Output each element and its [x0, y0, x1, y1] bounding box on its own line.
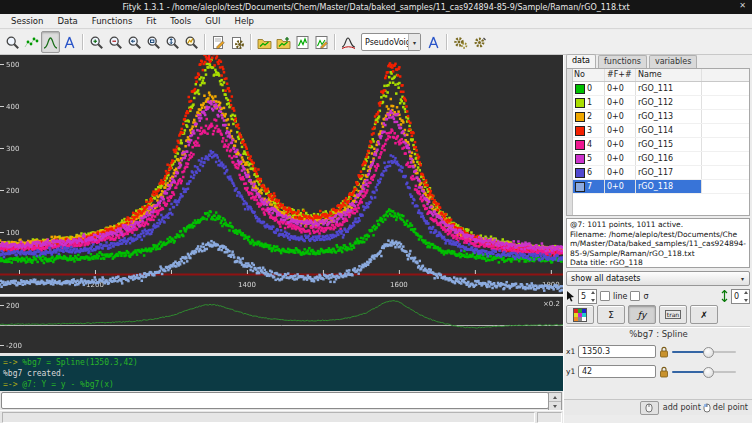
formula-glyph: ƒy	[638, 310, 647, 320]
dataset-color-swatch[interactable]	[575, 168, 585, 178]
dataset-color-swatch[interactable]	[575, 112, 585, 122]
col-header-name: Name	[636, 69, 702, 81]
mouse-mode-button[interactable]	[640, 401, 659, 415]
menu-gui[interactable]: GUI	[198, 15, 227, 27]
dataset-row-rGO_116[interactable]: 50+0rGO_116	[572, 152, 749, 166]
dataset-color-swatch[interactable]	[575, 182, 585, 192]
console-output-line: %bg7 created.	[3, 368, 560, 379]
dataset-color-swatch[interactable]	[575, 154, 585, 164]
lock-icon[interactable]	[659, 346, 669, 358]
zoom-previous-button[interactable]	[125, 31, 144, 53]
formula-button[interactable]: ƒy	[628, 305, 656, 324]
colors-button[interactable]	[566, 305, 594, 324]
info-line: Data title: rGO_118	[570, 258, 746, 268]
dataset-row-rGO_115[interactable]: 40+0rGO_115	[572, 138, 749, 152]
window-close-button[interactable]: ✕	[739, 1, 746, 10]
col-header-no: No	[572, 69, 605, 81]
output-console: =-> %bg7 = Spline(1350.3,42)%bg7 created…	[0, 356, 563, 391]
status-bar	[0, 410, 563, 423]
menu-fit[interactable]: Fit	[139, 15, 163, 27]
zoom-vertical-button[interactable]	[163, 31, 182, 53]
auxiliary-plot[interactable]	[0, 297, 563, 353]
zoom-all-button[interactable]	[182, 31, 201, 53]
sidebar-divider	[566, 326, 750, 328]
append-data-button[interactable]	[274, 31, 293, 53]
shift-spinner[interactable]: 0	[731, 289, 750, 304]
zoom-100-button[interactable]	[144, 31, 163, 53]
sigma-checkbox-label: σ	[643, 292, 648, 301]
zoom-out-button[interactable]	[106, 31, 125, 53]
table-scrollbar[interactable]	[567, 69, 573, 215]
main-plot[interactable]	[0, 55, 563, 294]
zoom-mode-button[interactable]	[3, 31, 22, 53]
line-checkbox[interactable]	[600, 291, 610, 301]
tab-data[interactable]: data	[566, 54, 596, 68]
define-function-button[interactable]	[424, 31, 443, 53]
dataset-row-rGO_118[interactable]: 70+0rGO_118	[572, 180, 749, 194]
toolbar-separator	[334, 34, 336, 50]
shift-value: 0	[732, 292, 744, 301]
y1-slider-handle[interactable]	[703, 367, 714, 378]
dataset-color-swatch[interactable]	[575, 140, 585, 150]
sigma-checkbox[interactable]	[630, 291, 640, 301]
console-command-line: =-> @7: Y = y - %bg7(x)	[3, 379, 560, 390]
tab-functions[interactable]: functions	[598, 55, 647, 68]
y1-input[interactable]: 42	[578, 365, 656, 378]
menu-bar: SessionDataFunctionsFitToolsGUIHelp	[0, 14, 752, 29]
dataset-row-rGO_111[interactable]: 00+0rGO_111	[572, 82, 749, 96]
toolbar-separator	[204, 34, 206, 50]
dataset-row-rGO_117[interactable]: 60+0rGO_117	[572, 166, 749, 180]
data-table-button[interactable]	[293, 31, 312, 53]
line-checkbox-label: line	[613, 292, 627, 301]
delete-button[interactable]: ✗	[690, 305, 718, 324]
x1-slider-handle[interactable]	[703, 347, 714, 358]
toolbar-separator	[250, 34, 252, 50]
drag-peak-mode-button[interactable]	[60, 31, 79, 53]
x1-row: x1 1350.3	[566, 343, 752, 360]
dataset-color-swatch[interactable]	[575, 84, 585, 94]
table-header: No #F+# Name	[572, 69, 749, 82]
menu-help[interactable]: Help	[228, 15, 261, 27]
menu-functions[interactable]: Functions	[85, 15, 140, 27]
function-type-dropdown[interactable]: PseudoVoigtA ▾	[361, 33, 421, 51]
lock-icon[interactable]	[659, 366, 669, 378]
x1-input[interactable]: 1350.3	[578, 345, 656, 358]
tab-variables[interactable]: variables	[649, 55, 697, 68]
dataset-row-rGO_112[interactable]: 10+0rGO_112	[572, 96, 749, 110]
edit-script-button[interactable]	[209, 31, 228, 53]
y1-row: y1 42	[566, 363, 752, 380]
tran-glyph: tran	[665, 310, 681, 319]
dataset-color-swatch[interactable]	[575, 126, 585, 136]
mouse-left-click-icon	[703, 403, 711, 413]
add-peak-mode-button[interactable]	[41, 31, 60, 53]
zoom-in-button[interactable]	[87, 31, 106, 53]
load-data-button[interactable]	[255, 31, 274, 53]
sum-button[interactable]: Σ	[597, 305, 625, 324]
dataset-color-swatch[interactable]	[575, 98, 585, 108]
rerun-script-button[interactable]	[228, 31, 247, 53]
history-spinner[interactable]	[548, 392, 562, 411]
dropdown-arrow-icon: ▾	[736, 275, 749, 282]
dataset-row-rGO_113[interactable]: 20+0rGO_113	[572, 110, 749, 124]
x1-slider[interactable]	[672, 345, 736, 358]
fityk-window: Fityk 1.3.1 - /home/aleplo/test/Document…	[0, 0, 752, 423]
menu-data[interactable]: Data	[50, 15, 84, 27]
toolbar-separator	[82, 34, 84, 50]
fit-undo-button[interactable]	[470, 31, 489, 53]
data-editor-button[interactable]	[312, 31, 331, 53]
fit-run-button[interactable]	[451, 31, 470, 53]
transform-button[interactable]: tran	[659, 305, 687, 324]
auto-add-peak-button[interactable]	[339, 31, 358, 53]
command-input[interactable]	[1, 392, 549, 409]
menu-tools[interactable]: Tools	[163, 15, 198, 27]
dataset-filter-dropdown[interactable]: show all datasets ▾	[566, 271, 750, 286]
spinner-down-icon[interactable]	[549, 402, 561, 410]
spinner-up-icon[interactable]	[549, 393, 561, 402]
menu-session[interactable]: Session	[4, 15, 50, 27]
sidebar-tabs: datafunctionsvariables	[566, 55, 699, 68]
y1-slider[interactable]	[672, 365, 736, 378]
point-size-spinner[interactable]: 5	[578, 289, 597, 304]
main-toolbar: PseudoVoigtA ▾	[0, 30, 752, 55]
dataset-row-rGO_114[interactable]: 30+0rGO_114	[572, 124, 749, 138]
data-range-mode-button[interactable]	[22, 31, 41, 53]
